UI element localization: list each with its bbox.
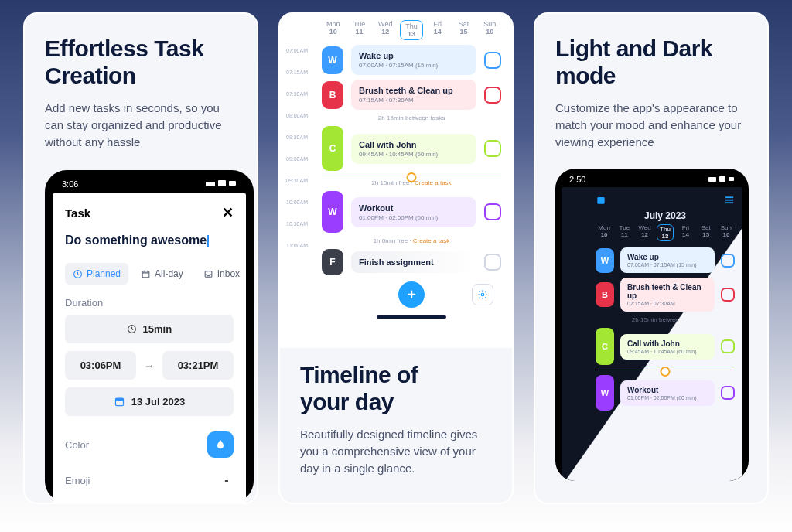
time-gutter: 07:00AM07:15AM07:30AM 08:00AM08:30AM09:0… xyxy=(286,40,308,257)
task-checkbox[interactable] xyxy=(721,288,735,302)
svg-rect-4 xyxy=(142,271,149,277)
svg-rect-13 xyxy=(725,197,734,199)
end-time-chip[interactable]: 03:21PM xyxy=(162,351,234,380)
svg-rect-10 xyxy=(719,176,725,182)
color-label: Color xyxy=(65,439,89,451)
gap-label: 2h 15min between tasks xyxy=(596,316,735,323)
start-time-chip[interactable]: 03:06PM xyxy=(65,351,136,380)
add-task-fab[interactable]: + xyxy=(398,281,425,308)
status-icons xyxy=(708,176,735,183)
task-type-segment: Planned All-day Inbox xyxy=(65,263,234,285)
status-clock: 2:50 xyxy=(569,175,585,184)
menu-icon[interactable] xyxy=(724,195,735,206)
gap-label: 2h 15min between tasks xyxy=(322,114,501,121)
day-selector[interactable]: Mon10 Tue11 Wed12 Thu13 Fri14 Sat15 Sun1… xyxy=(322,20,501,40)
duration-label: Duration xyxy=(65,297,234,309)
svg-rect-11 xyxy=(729,177,734,181)
subheading: Add new tasks in seconds, so you can sta… xyxy=(45,100,237,150)
svg-rect-9 xyxy=(708,177,716,182)
month-label: July 2023 xyxy=(596,210,735,221)
feature-card-timeline: Mon10 Tue11 Wed12 Thu13 Fri14 Sat15 Sun1… xyxy=(278,12,514,504)
phone-mock: 3:06 Task ✕ Do something awesome Planned… xyxy=(45,170,254,503)
create-task-link[interactable]: Create a task xyxy=(413,237,450,244)
clock-icon xyxy=(73,269,83,279)
create-task-link[interactable]: Create a task xyxy=(415,179,452,186)
emoji-label: Emoji xyxy=(65,475,90,486)
date-chip[interactable]: 13 Jul 2023 xyxy=(65,387,234,416)
segment-inbox[interactable]: Inbox xyxy=(196,263,248,285)
task-checkbox[interactable] xyxy=(484,140,501,157)
segment-allday[interactable]: All-day xyxy=(133,263,191,285)
task-checkbox[interactable] xyxy=(484,254,501,271)
svg-rect-15 xyxy=(725,203,734,204)
clock-icon xyxy=(127,324,137,334)
calendar-icon[interactable] xyxy=(596,195,606,206)
duration-chip[interactable]: 15min xyxy=(65,315,234,343)
close-icon[interactable]: ✕ xyxy=(222,204,234,221)
settings-button[interactable] xyxy=(472,284,493,305)
svg-rect-0 xyxy=(206,182,215,186)
task-wake-up[interactable]: W Wake up07:00AM · 07:15AM (15 min) xyxy=(322,45,501,75)
color-picker-button[interactable] xyxy=(207,431,234,458)
calendar-icon xyxy=(141,269,151,279)
home-indicator xyxy=(377,315,446,319)
emoji-picker-button[interactable]: - xyxy=(220,473,234,487)
feature-card-dark-mode: Light and Darkmode Customize the app's a… xyxy=(534,12,769,504)
current-time-indicator xyxy=(596,370,735,370)
task-checkbox[interactable] xyxy=(484,87,501,104)
svg-rect-12 xyxy=(597,197,604,204)
feature-card-task-creation: Effortless TaskCreation Add new tasks in… xyxy=(23,12,258,504)
segment-planned[interactable]: Planned xyxy=(65,263,128,285)
task-checkbox[interactable] xyxy=(484,203,501,220)
create-task-link[interactable]: Create a task xyxy=(667,415,704,422)
svg-rect-14 xyxy=(725,200,734,201)
heading: Timeline ofyour day xyxy=(300,362,492,415)
task-call-john[interactable]: C Call with John09:45AM · 10:45AM (60 mi… xyxy=(596,328,735,365)
task-call-john[interactable]: C Call with John09:45AM · 10:45AM (60 mi… xyxy=(322,126,501,171)
task-workout[interactable]: W Workout01:00PM · 02:00PM (60 min) xyxy=(322,191,501,233)
task-checkbox[interactable] xyxy=(721,254,735,268)
timeline-screen: Mon10 Tue11 Wed12 Thu13 Fri14 Sat15 Sun1… xyxy=(280,14,512,348)
task-checkbox[interactable] xyxy=(721,386,735,400)
task-finish-assignment[interactable]: F Finish assignment xyxy=(322,249,501,275)
heading: Light and Darkmode xyxy=(555,36,747,89)
subheading: Customize the app's appearance to match … xyxy=(555,100,747,150)
inbox-icon xyxy=(203,269,213,279)
current-time-indicator xyxy=(322,176,501,176)
phone-mock-dark: 2:50 July 2023 Mon10 Tue11 Wed12 Thu13 F… xyxy=(555,169,749,481)
gap-label: 1h 0min free · Create a task xyxy=(596,415,735,422)
task-brush-teeth[interactable]: B Brush teeth & Clean up07:15AM · 07:30A… xyxy=(322,80,501,110)
svg-rect-7 xyxy=(115,398,123,401)
droplet-icon xyxy=(214,438,227,451)
gear-icon xyxy=(477,289,488,300)
task-checkbox[interactable] xyxy=(721,339,735,353)
calendar-icon xyxy=(114,396,125,408)
svg-point-8 xyxy=(481,293,484,296)
arrow-icon: → xyxy=(144,360,155,372)
modal-title: Task xyxy=(65,206,90,220)
gap-label: 1h 0min free · Create a task xyxy=(322,237,501,244)
task-checkbox[interactable] xyxy=(484,52,501,69)
task-wake-up[interactable]: W Wake up07:00AM · 07:15AM (15 min) xyxy=(596,247,735,273)
task-title-input[interactable]: Do something awesome xyxy=(65,234,209,247)
svg-rect-2 xyxy=(229,181,236,186)
task-workout[interactable]: W Workout01:00PM · 02:00PM (60 min) xyxy=(596,375,735,411)
subheading: Beautifully designed timeline gives you … xyxy=(300,426,492,476)
status-icons xyxy=(206,180,237,188)
svg-rect-1 xyxy=(218,180,226,186)
status-clock: 3:06 xyxy=(62,179,78,189)
heading: Effortless TaskCreation xyxy=(45,36,237,89)
day-selector[interactable]: Mon10 Tue11 Wed12 Thu13 Fri14 Sat15 Sun1… xyxy=(596,224,735,241)
task-brush-teeth[interactable]: B Brush teeth & Clean up07:15AM · 07:30A… xyxy=(596,278,735,312)
